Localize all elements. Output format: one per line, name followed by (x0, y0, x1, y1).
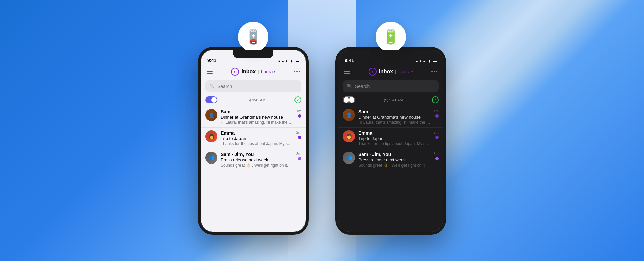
notch-right (371, 50, 411, 58)
email-item-3-left[interactable]: 👥 Sam · Jim, You Press release next week… (201, 149, 306, 170)
email-preview-2-right: Thanks for the tips about Japan. My sist… (358, 141, 430, 146)
phone-right-wrapper: 🔋 9:41 ▲▲▲ ⮯ ▬ (335, 27, 446, 235)
email-sender-1-right: Sam (358, 109, 430, 114)
battery-icon-right: 🔋 (382, 30, 399, 44)
unread-dot-2-left (298, 136, 301, 139)
email-item-2-left[interactable]: 👩 Emma Trip to Japan Thanks for the tips… (201, 127, 306, 149)
signal-icon-right: ▲▲▲ (415, 59, 426, 63)
nav-bar-right: Y! Inbox | Laura ▾ (338, 64, 443, 79)
email-meta-1-left: 1m (296, 109, 301, 118)
hamburger-menu-left[interactable] (207, 70, 213, 74)
avatar-sam-right: 👤 (343, 109, 355, 121)
inbox-label-left: Inbox (241, 69, 256, 75)
check-icon-right: ✓ (432, 96, 439, 103)
toggle-info-left: (5) 9:41 AM (217, 98, 294, 102)
email-time-1-left: 1m (296, 109, 301, 113)
side-btn-vol-up (198, 90, 199, 107)
toggle-switch-left[interactable] (205, 96, 217, 103)
email-meta-3-right: 8m (434, 152, 439, 160)
unread-dot-1-right (435, 114, 439, 118)
wifi-icon-left: ⮯ (290, 59, 294, 63)
hamburger-line-r2 (344, 71, 350, 72)
search-bar-left[interactable]: 🔍 Search (205, 80, 301, 92)
email-meta-3-left: 8m (296, 152, 301, 160)
avatar-face-sam: 👤 (209, 112, 214, 118)
avatar-emma-left: 👩 (205, 130, 217, 142)
email-sender-3-right: Sam · Jim, You (358, 152, 430, 157)
nav-title-left: Y! Inbox | Laura ▾ (231, 68, 275, 76)
email-subject-2-right: Trip to Japan (358, 136, 430, 141)
email-time-2-right: 2m (434, 130, 439, 134)
avatar-group-left: 👥 (205, 152, 217, 164)
email-meta-1-right: 1m (434, 109, 439, 118)
pipe-sep-left: | (258, 69, 259, 74)
email-item-3-right[interactable]: 👥 Sam · Jim, You Press release next week… (338, 149, 443, 170)
email-body-2-left: Emma Trip to Japan Thanks for the tips a… (221, 130, 293, 146)
unread-dot-3-right (435, 157, 439, 160)
email-subject-2-left: Trip to Japan (221, 136, 293, 141)
email-meta-2-left: 2m (296, 130, 301, 139)
battery-icon-left: 🪫 (245, 30, 262, 44)
dot1 (294, 71, 295, 72)
avatar-group-right: 👥 (343, 152, 355, 164)
check-icon-left: ✓ (294, 96, 301, 103)
side-btn-vol-down-right (335, 110, 336, 127)
email-item-2-right[interactable]: 👩 Emma Trip to Japan Thanks for the tips… (338, 127, 443, 149)
email-subject-1-right: Dinner at Grandma's new house (358, 115, 430, 120)
dot2 (296, 71, 298, 72)
nav-bar-left: Y! Inbox | Laura ▾ (201, 64, 306, 79)
user-label-left[interactable]: Laura ▾ (261, 69, 275, 74)
avatar-face-group: 👥 (209, 155, 214, 160)
side-btn-power-right (445, 93, 446, 117)
email-subject-3-right: Press release next week (358, 157, 430, 162)
email-body-2-right: Emma Trip to Japan Thanks for the tips a… (358, 130, 430, 146)
unread-dot-3-left (298, 157, 301, 160)
email-subject-1-left: Dinner at Grandma's new house (221, 115, 293, 120)
email-body-1-left: Sam Dinner at Grandma's new house Hi Lau… (221, 109, 293, 125)
yahoo-y-right: Y! (371, 70, 374, 73)
email-preview-3-left: Sounds great 👌 . We'll get right on it. (221, 163, 293, 168)
email-sender-2-left: Emma (221, 130, 293, 136)
search-icon-right: 🔍 (347, 84, 352, 89)
toggle-switch-right[interactable] (343, 96, 355, 103)
battery-icon-status-left: ▬ (296, 59, 299, 63)
email-item-1-left[interactable]: 👤 Sam Dinner at Grandma's new house Hi L… (201, 106, 306, 127)
search-bar-right[interactable]: 🔍 Search (343, 80, 439, 92)
hamburger-line-r1 (344, 70, 350, 70)
dot1r (431, 71, 433, 72)
email-time-3-left: 8m (296, 152, 301, 156)
more-menu-left[interactable] (294, 71, 300, 72)
email-sender-3-left: Sam · Jim, You (221, 152, 293, 157)
dot3r (436, 71, 437, 72)
phones-container: 🪫 9:41 ▲▲▲ ⮯ ▬ (198, 27, 446, 235)
avatar-face-group-r: 👥 (346, 155, 352, 160)
hamburger-line-r3 (344, 73, 350, 74)
avatar-face-emma: 👩 (209, 134, 214, 139)
email-body-3-left: Sam · Jim, You Press release next week S… (221, 152, 293, 168)
hamburger-menu-right[interactable] (344, 70, 350, 74)
yahoo-y: Y! (234, 70, 237, 73)
user-label-right[interactable]: Laura ▾ (398, 69, 413, 74)
side-btn-mute (198, 76, 199, 86)
unread-dot-1-left (298, 114, 301, 118)
email-sender-1-left: Sam (221, 109, 293, 114)
unread-dot-2-right (435, 136, 439, 139)
wifi-icon-right: ⮯ (428, 59, 431, 63)
email-item-1-right[interactable]: 👤 Sam Dinner at Grandma's new house Hi L… (338, 106, 443, 127)
side-btn-vol-down (198, 110, 199, 127)
hamburger-line (207, 73, 213, 74)
email-preview-2-left: Thanks for the tips about Japan. My sist… (221, 141, 293, 146)
email-meta-2-right: 2m (434, 130, 439, 139)
status-time-left: 9:41 (207, 58, 216, 63)
pipe-sep-right: | (395, 69, 396, 74)
dot2r (434, 71, 435, 72)
email-subject-3-left: Press release next week (221, 157, 293, 162)
search-icon-left: 🔍 (209, 84, 215, 89)
email-list-right: 👤 Sam Dinner at Grandma's new house Hi L… (338, 106, 443, 232)
more-menu-right[interactable] (431, 71, 437, 72)
side-btn-power (308, 93, 309, 117)
side-btn-mute-right (335, 76, 336, 86)
inbox-label-right: Inbox (379, 69, 393, 75)
phone-content-right: Y! Inbox | Laura ▾ (338, 64, 443, 232)
email-time-3-right: 8m (434, 152, 439, 156)
